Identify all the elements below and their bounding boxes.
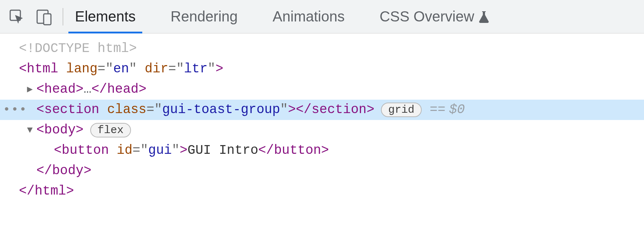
tagname: body <box>44 120 76 140</box>
dom-node-html-open[interactable]: <html lang="en" dir="ltr" > <box>0 59 644 79</box>
tab-css-overview[interactable]: CSS Overview <box>378 0 491 33</box>
attr-name: class <box>107 100 146 120</box>
tagname: html <box>27 59 58 79</box>
attr-name: id <box>117 140 132 161</box>
disclosure-triangle-collapsed-icon[interactable]: ▶ <box>25 79 35 100</box>
tab-rendering[interactable]: Rendering <box>169 0 239 33</box>
tab-label: Elements <box>75 8 136 25</box>
doctype-text: <!DOCTYPE html> <box>19 39 137 59</box>
selected-node-reference: ==$0 <box>430 100 465 120</box>
panel-tabs: Elements Rendering Animations CSS Overvi… <box>73 0 491 33</box>
tab-label: Animations <box>273 8 345 25</box>
attr-name: lang <box>66 59 98 79</box>
attr-name: dir <box>145 59 168 79</box>
device-toolbar-icon[interactable] <box>35 8 52 25</box>
toolbar-separator <box>63 8 63 25</box>
svg-rect-2 <box>44 14 51 25</box>
dom-node-section-selected[interactable]: ••• <section class="gui-toast-group" ></… <box>0 100 644 120</box>
dom-node-head[interactable]: ▶ <head>…</head> <box>0 79 644 100</box>
dom-node-body-close[interactable]: </body> <box>0 161 644 181</box>
tab-animations[interactable]: Animations <box>271 0 346 33</box>
more-actions-icon[interactable]: ••• <box>3 100 27 120</box>
tab-label: CSS Overview <box>379 8 474 25</box>
disclosure-triangle-expanded-icon[interactable]: ▼ <box>25 120 35 140</box>
toolbar-icon-group <box>9 8 52 25</box>
elements-dom-tree[interactable]: <!DOCTYPE html> <html lang="en" dir="ltr… <box>0 33 644 201</box>
attr-value: gui <box>148 140 172 161</box>
text-node: GUI Intro <box>187 140 258 161</box>
attr-value: ltr <box>184 59 208 79</box>
dom-node-button[interactable]: <button id="gui" > GUI Intro </button> <box>0 140 644 161</box>
dom-node-doctype[interactable]: <!DOCTYPE html> <box>0 39 644 59</box>
dom-node-body-open[interactable]: ▼ <body> flex <box>0 120 644 140</box>
tagname: head <box>44 79 76 100</box>
tab-label: Rendering <box>171 8 238 25</box>
inspect-element-icon[interactable] <box>9 9 25 25</box>
dom-node-html-close[interactable]: </html> <box>0 181 644 201</box>
devtools-toolbar: Elements Rendering Animations CSS Overvi… <box>0 0 644 33</box>
layout-badge-grid[interactable]: grid <box>381 103 422 117</box>
tab-elements[interactable]: Elements <box>73 0 137 33</box>
layout-badge-flex[interactable]: flex <box>90 123 131 137</box>
tagname: section <box>44 100 99 120</box>
beaker-icon <box>478 11 489 23</box>
collapsed-ellipsis: … <box>84 79 92 100</box>
attr-value: en <box>113 59 129 79</box>
attr-value: gui-toast-group <box>162 100 280 120</box>
tagname: button <box>62 140 109 161</box>
